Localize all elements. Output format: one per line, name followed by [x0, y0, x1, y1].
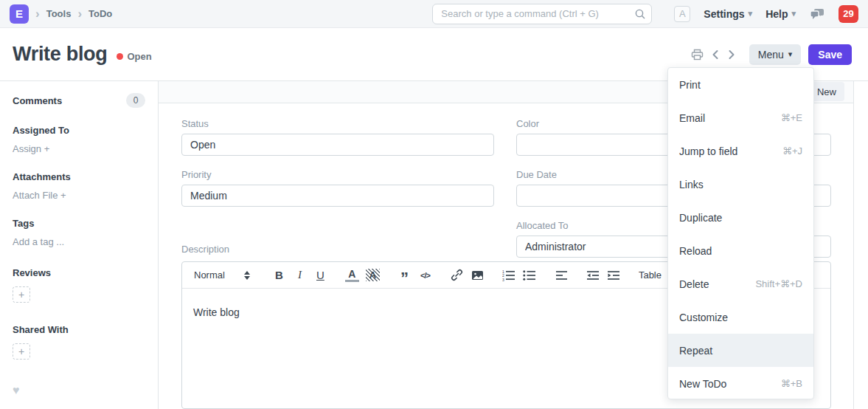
menu-item-label: Customize [679, 312, 728, 323]
outdent-button[interactable] [586, 269, 600, 281]
breadcrumb-chevron-icon: › [77, 7, 82, 21]
attach-file-button[interactable]: Attach File + [13, 190, 145, 201]
help-menu[interactable]: Help ▾ [765, 8, 796, 20]
user-avatar[interactable]: A [674, 6, 690, 22]
global-search [432, 4, 652, 24]
outdent-icon [586, 269, 600, 281]
priority-field-label: Priority [181, 169, 494, 180]
add-review-button[interactable]: + [13, 286, 30, 303]
page-title: Write blog [13, 43, 108, 66]
menu-item-shortcut: Shift+⌘+D [755, 278, 802, 289]
menu-item-reload[interactable]: Reload [668, 234, 813, 267]
breadcrumb-chevron-icon: › [35, 7, 40, 21]
comments-label[interactable]: Comments [13, 95, 62, 106]
menu-item-shortcut: ⌘+J [782, 145, 802, 157]
menu-button[interactable]: Menu ▾ [749, 44, 802, 65]
next-record-button[interactable] [727, 49, 736, 60]
format-select[interactable]: Normal [194, 269, 250, 281]
menu-item-links[interactable]: Links [668, 168, 813, 201]
menu-item-label: Reload [679, 245, 712, 257]
format-value: Normal [194, 269, 225, 281]
select-arrows-icon [244, 271, 250, 280]
comments-count-badge: 0 [126, 93, 145, 108]
save-button[interactable]: Save [808, 44, 852, 65]
search-input[interactable] [432, 4, 652, 24]
menu-item-repeat[interactable]: Repeat [668, 334, 813, 367]
italic-button[interactable]: I [293, 269, 307, 281]
breadcrumb-todo[interactable]: ToDo [88, 8, 112, 19]
menu-item-label: New ToDo [679, 378, 726, 390]
breadcrumb-tools[interactable]: Tools [46, 8, 72, 19]
menu-item-shortcut: ⌘+E [781, 112, 802, 123]
bold-button[interactable]: B [272, 269, 286, 281]
status-field[interactable] [181, 134, 494, 156]
menu-item-customize[interactable]: Customize [668, 300, 813, 334]
assign-button[interactable]: Assign + [13, 143, 145, 154]
chevron-right-icon [727, 49, 736, 60]
menu-item-label: Jump to field [679, 145, 737, 157]
menu-item-delete[interactable]: Delete Shift+⌘+D [668, 267, 813, 300]
status-dot-icon [117, 53, 123, 60]
bullet-list-icon [523, 269, 536, 281]
menu-item-duplicate[interactable]: Duplicate [668, 201, 813, 234]
notifications-badge[interactable]: 29 [839, 5, 858, 23]
menu-item-label: Duplicate [679, 212, 722, 224]
menu-item-new-todo[interactable]: New ToDo ⌘+B [668, 367, 813, 399]
ordered-list-icon: 1 2 3 [502, 269, 515, 281]
link-button[interactable] [450, 269, 464, 281]
menu-item-label: Repeat [679, 345, 712, 357]
image-icon [471, 269, 484, 281]
attachments-label: Attachments [13, 171, 145, 182]
link-icon [451, 269, 463, 281]
chat-icon [809, 7, 825, 21]
status-field-label: Status [181, 118, 494, 129]
ordered-list-button[interactable]: 1 2 3 [502, 269, 516, 281]
menu-item-print[interactable]: Print [668, 68, 813, 101]
new-button[interactable]: New [809, 82, 844, 101]
status-label: Open [128, 51, 152, 62]
share-button[interactable]: + [13, 343, 30, 360]
chat-button[interactable] [809, 7, 825, 21]
highlight-button[interactable]: A [366, 269, 380, 281]
image-button[interactable] [471, 269, 485, 281]
align-button[interactable] [555, 269, 569, 281]
chevron-down-icon: ▾ [749, 9, 753, 18]
blockquote-button[interactable]: ” [397, 269, 412, 282]
text-color-button[interactable]: A [345, 269, 359, 282]
menu-item-label: Email [679, 112, 705, 124]
chevron-left-icon [711, 49, 720, 60]
settings-label: Settings [704, 8, 744, 20]
priority-field[interactable] [181, 185, 494, 207]
add-tag-input[interactable]: Add a tag ... [13, 236, 145, 247]
shared-with-label: Shared With [13, 324, 145, 335]
navbar: E › Tools › ToDo A Settings ▾ Help ▾ 29 [0, 0, 868, 28]
assigned-to-label: Assigned To [13, 125, 145, 136]
menu-button-label: Menu [758, 49, 784, 61]
indent-button[interactable] [607, 269, 621, 281]
form-sidebar: Comments 0 Assigned To Assign + Attachme… [0, 81, 159, 409]
status-indicator: Open [117, 51, 152, 62]
code-button[interactable]: </> [418, 271, 432, 280]
chevron-down-icon: ▾ [791, 9, 796, 18]
tags-label: Tags [13, 218, 145, 229]
menu-item-email[interactable]: Email ⌘+E [668, 101, 813, 134]
menu-item-label: Print [679, 79, 701, 91]
underline-button[interactable]: U [313, 269, 327, 281]
menu-item-jump-to-field[interactable]: Jump to field ⌘+J [668, 134, 813, 168]
bullet-list-button[interactable] [523, 269, 537, 281]
print-button[interactable] [691, 49, 704, 61]
help-label: Help [765, 8, 788, 20]
prev-record-button[interactable] [711, 49, 720, 60]
menu-dropdown: Print Email ⌘+E Jump to field ⌘+J Links … [667, 67, 814, 399]
menu-item-label: Delete [679, 278, 709, 290]
menu-item-shortcut: ⌘+B [781, 378, 802, 389]
align-left-icon [555, 269, 568, 281]
like-heart-icon[interactable]: ♥ [13, 384, 20, 397]
app-logo[interactable]: E [10, 4, 29, 24]
settings-menu[interactable]: Settings ▾ [704, 8, 752, 20]
reviews-label: Reviews [13, 267, 145, 278]
table-button[interactable]: Table [639, 269, 662, 281]
print-icon [691, 49, 704, 61]
svg-text:3: 3 [502, 277, 504, 281]
search-icon [634, 8, 646, 20]
